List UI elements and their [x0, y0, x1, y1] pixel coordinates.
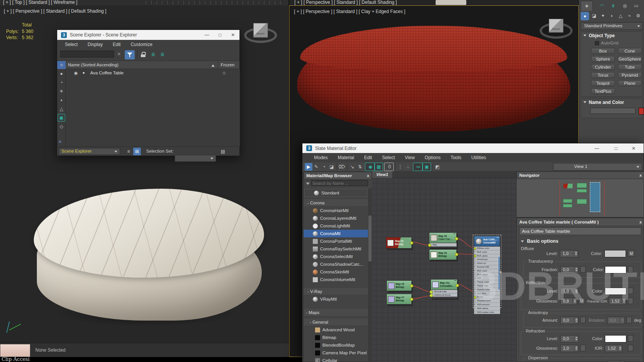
slate-titlebar[interactable]: 3 Slate Material Editor — □ ✕	[302, 143, 644, 153]
select-tree-icon[interactable]: ≔	[413, 163, 423, 171]
render-preview-icon[interactable]: ◩	[432, 163, 441, 171]
layout-all-icon[interactable]: ⋮	[395, 163, 404, 171]
browser-group-corona[interactable]: - Corona	[304, 199, 368, 207]
name-color-title[interactable]: Name and Color	[589, 100, 624, 105]
slate-close-button[interactable]: ✕	[627, 146, 640, 151]
slot-aniso-rot[interactable]: Aniso rot.	[474, 262, 500, 265]
fraction-spinner[interactable]: 0,0	[560, 266, 579, 273]
browser-item[interactable]: CoronaLayeredMtl	[304, 214, 368, 222]
refl-color-swatch[interactable]	[605, 288, 626, 295]
slate-maximize-button[interactable]: □	[609, 146, 623, 151]
viewcube-front-label-right[interactable]: FRONT	[552, 28, 560, 30]
output-connector[interactable]	[456, 284, 459, 287]
button-cylinder[interactable]: Cylinder	[591, 64, 615, 70]
refr-color-swatch[interactable]	[605, 335, 626, 342]
slot-sss-amount[interactable]: SSS amount	[474, 303, 500, 307]
viewcube-right[interactable]: FRONT	[549, 19, 563, 33]
browser-item[interactable]: VRayMtl	[304, 295, 368, 303]
slot-refl-gloss[interactable]: Refl. gloss.	[474, 254, 500, 258]
navigator-header[interactable]: Navigator x	[517, 171, 644, 179]
button-box[interactable]: Box	[591, 48, 615, 54]
browser-item[interactable]: Camera Map Per Pixel	[304, 349, 368, 357]
name-color-rollout[interactable]: Name and Color	[581, 98, 643, 118]
ior-map-slot[interactable]	[628, 345, 633, 351]
navigator-minimap[interactable]	[517, 179, 644, 217]
transl-color-swatch[interactable]	[605, 266, 626, 273]
viewport-label-right[interactable]: [ + ] [ Perspective ] [ Standard ] [ Cla…	[294, 9, 405, 14]
assign-material-icon[interactable]: ◪	[328, 163, 335, 171]
browser-item[interactable]: Cellular	[304, 357, 368, 362]
menu-select[interactable]: Select	[65, 41, 78, 48]
rotation-map-slot[interactable]	[626, 317, 632, 323]
slot-diffuse-color[interactable]: Diffuse color	[474, 247, 500, 250]
refr-map-slot[interactable]	[628, 335, 633, 342]
menu-customize[interactable]: Customize	[130, 41, 152, 48]
filter-cameras-icon[interactable]: ◗	[58, 96, 65, 104]
navigator-close-icon[interactable]: x	[639, 173, 642, 178]
color-swatch-status[interactable]	[0, 344, 30, 357]
browser-item[interactable]: CoronaLightMtl	[304, 222, 368, 230]
output-connector[interactable]	[410, 298, 413, 301]
material-output-connector[interactable]	[499, 270, 502, 274]
frozen-cell-icon[interactable]: ✻	[222, 71, 226, 76]
explorer-search-input[interactable]	[60, 51, 114, 58]
button-plane[interactable]: Plane	[618, 80, 642, 86]
cat-lights[interactable]: ✦	[599, 12, 607, 20]
slot-displacement[interactable]: Displacement	[474, 299, 500, 303]
browser-item[interactable]: CoronaPortalMtl	[304, 237, 368, 245]
node-corona-normal[interactable]: Map #11CoronaNo... Normal map Additional…	[431, 279, 457, 298]
output-connector[interactable]	[455, 237, 458, 240]
tab-create[interactable]: +	[581, 1, 593, 11]
scene-explorer-titlebar[interactable]: 3 Scene Explorer - Scene Explorer — □ ✕	[57, 30, 239, 40]
slot-bump[interactable]: Bump	[474, 295, 500, 299]
show-background-icon[interactable]: ▦	[375, 163, 383, 171]
params-close-icon[interactable]: x	[639, 220, 642, 224]
slot-transl-color[interactable]: Transl. color	[474, 280, 500, 284]
browser-item[interactable]: CoronaShadowCatc...	[304, 260, 368, 268]
tab-modify[interactable]: ◠	[597, 1, 607, 10]
diffuse-color-swatch[interactable]	[604, 250, 626, 257]
menu-tools[interactable]: Tools	[451, 154, 461, 161]
node-bitmap6[interactable]: Map #6Bitmap	[429, 249, 457, 260]
cat-shapes[interactable]: ◪	[590, 12, 598, 20]
object-name[interactable]: Ava Coffee Table	[90, 71, 124, 75]
browser-search-input[interactable]	[311, 180, 368, 186]
tab-view1[interactable]: View1	[372, 171, 392, 178]
node-canvas[interactable]: Map #0Bitmap Map #6Color Cor... Map	[372, 178, 516, 362]
basic-options-title[interactable]: Basic options	[527, 239, 558, 244]
browser-group-vray[interactable]: - V-Ray	[304, 287, 368, 295]
node-map7-bitmap[interactable]: Map #7Bitmap	[386, 294, 412, 304]
visibility-eye-icon[interactable]: ◉	[74, 71, 78, 76]
view-dropdown[interactable]: View 1	[553, 163, 642, 171]
browser-item[interactable]: CoronaHairMtl	[304, 207, 368, 214]
browser-close-icon[interactable]: x	[367, 173, 369, 178]
close-button[interactable]: ✕	[226, 32, 239, 38]
menu-display[interactable]: Display	[88, 41, 102, 48]
browser-group-maps[interactable]: - Maps	[304, 308, 368, 316]
menu-options[interactable]: Options	[425, 154, 441, 161]
refl-gloss-spinner[interactable]: 0,8	[560, 298, 577, 305]
cat-systems[interactable]: ⚙	[634, 12, 642, 20]
slate-minimize-button[interactable]: —	[590, 146, 603, 151]
selection-set-dropdown[interactable]	[175, 155, 216, 162]
input-connector[interactable]	[429, 294, 433, 297]
menu-edit-slate[interactable]: Edit	[364, 154, 372, 161]
filter-lights-icon[interactable]: ☀	[58, 87, 65, 95]
explorer-grid-icon[interactable]: ⊞	[133, 148, 141, 155]
object-type-rollout[interactable]: Object Type AutoGrid Box Cone Sphere Geo…	[581, 31, 643, 97]
category-dropdown[interactable]: Standard Primitives	[581, 22, 643, 30]
marble-table-top[interactable]	[34, 189, 264, 278]
top-viewport-label[interactable]: [ + ] [ Top ] [ Standard ] [ Wireframe ]	[3, 0, 78, 5]
filter-shapes-icon[interactable]: ◔	[58, 79, 65, 86]
filter-bones-icon[interactable]: ◇	[58, 123, 65, 130]
layers-icon[interactable]: ≡	[125, 148, 132, 155]
slot-sss-radius[interactable]: SSS radius	[474, 307, 500, 311]
browser-item[interactable]: Advanced Wood	[304, 326, 368, 334]
browser-header[interactable]: Material/Map Browser x	[304, 172, 372, 179]
lock-selection-icon[interactable]	[139, 51, 147, 58]
autogrid-checkbox[interactable]	[595, 41, 599, 45]
menu-view[interactable]: View	[405, 154, 415, 161]
select-tool-icon[interactable]: ▶	[305, 163, 312, 171]
tab-display[interactable]: ▭	[631, 1, 641, 10]
cat-spacewarps[interactable]: ≈	[626, 12, 633, 20]
